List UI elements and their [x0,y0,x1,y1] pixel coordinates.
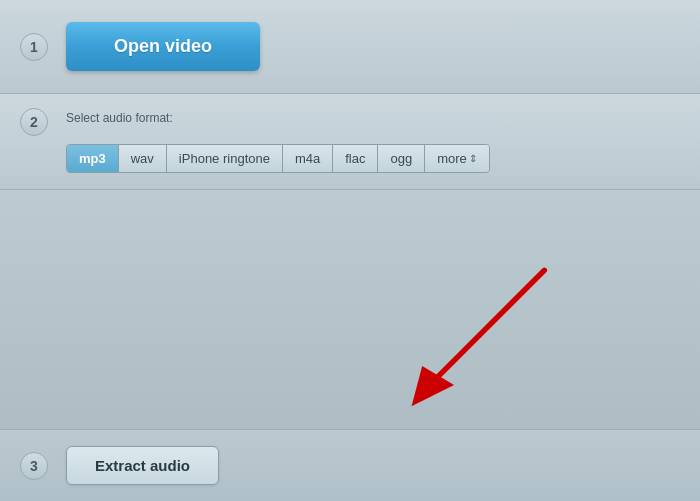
main-container: 1 Open video 2 Select audio format: mp3 … [0,0,700,501]
format-tab-ogg[interactable]: ogg [378,145,425,172]
red-arrow [360,249,580,419]
format-tab-mp3[interactable]: mp3 [67,145,119,172]
format-tab-m4a[interactable]: m4a [283,145,333,172]
dropdown-arrow-icon: ⇕ [469,153,477,164]
format-tab-wav[interactable]: wav [119,145,167,172]
format-tab-iphone[interactable]: iPhone ringtone [167,145,283,172]
step3-number: 3 [20,452,48,480]
step2-number: 2 [20,108,48,136]
middle-area [0,190,700,429]
format-tab-flac[interactable]: flac [333,145,378,172]
svg-marker-1 [412,366,455,406]
step1-section: 1 Open video [0,0,700,94]
open-video-button[interactable]: Open video [66,22,260,71]
step3-section: 3 Extract audio [0,429,700,501]
svg-line-0 [428,270,545,387]
extract-audio-button[interactable]: Extract audio [66,446,219,485]
select-audio-label: Select audio format: [66,111,173,125]
step1-number: 1 [20,33,48,61]
format-tabs: mp3 wav iPhone ringtone m4a flac ogg mor… [66,144,490,173]
step2-section: 2 Select audio format: mp3 wav iPhone ri… [0,94,700,190]
format-tab-more[interactable]: more ⇕ [425,145,489,172]
more-label: more [437,151,467,166]
